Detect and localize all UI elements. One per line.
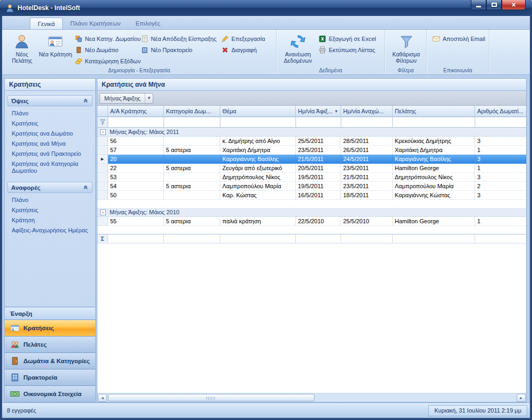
filter-cell[interactable] [296, 117, 341, 127]
sidebar-groups: ΌψειςΠλάνοΚρατήσειςΚρατήσεις ανα Δωμάτιο… [5, 91, 95, 240]
summary-cell [220, 234, 296, 243]
sidebar-link[interactable]: Κρατήσεις [9, 205, 93, 215]
sidebar-link[interactable]: Κρατήσεις ανά Μήνα [9, 139, 93, 149]
sidebar-link[interactable]: Πλάνο [9, 108, 93, 119]
column-header[interactable]: Αριθμός Δωματί... [475, 106, 526, 117]
group-row[interactable]: −Μήνας Άφιξης: Μάιος 2011 [97, 128, 526, 137]
new-agency-button[interactable]: Νέο Πρακτορείο [138, 44, 219, 55]
column-header[interactable]: Ημ/νία Αναχώ... [341, 106, 393, 117]
scrollbar-thumb[interactable] [108, 394, 314, 401]
sidebar-group-label: Αναφορές [11, 184, 40, 191]
table-row[interactable]: 225 αστεριαΖευγάρι από εξωτερικό20/5/201… [97, 164, 526, 173]
sidebar-link[interactable]: Πλάνο [9, 195, 93, 205]
table-row[interactable]: 545 αστεριαΛαμπροπούλου Μαρία19/5/201123… [97, 182, 526, 191]
column-header[interactable]: Θέμα [220, 106, 296, 117]
table-cell: Hamilton George [393, 217, 475, 226]
table-cell [164, 155, 220, 164]
table-row[interactable]: 50Καρ. Κώστας16/5/201118/5/2011Καραγιάνν… [97, 191, 526, 200]
group-row[interactable]: −Μήνας Άφιξης: Μάιος 2010 [97, 208, 526, 217]
tab-options[interactable]: Επιλογές [128, 18, 168, 29]
sidebar-link[interactable]: Κρατήσεις ανά Κατηγορία Δωματίου [9, 159, 93, 176]
filter-cell[interactable] [108, 117, 164, 127]
ribbon-group-data: Ανανέωση Δεδομένων Εξαγωγή σε Excel Εκτύ… [277, 30, 385, 74]
sidebar-group-header[interactable]: Όψεις [7, 95, 93, 106]
sidebar-link[interactable]: Κρατήσεις ανα Δωμάτιο [9, 129, 93, 139]
column-header[interactable]: Κατηγορία Δωμ... [164, 106, 220, 117]
close-icon: × [511, 1, 516, 9]
maximize-button[interactable] [486, 0, 502, 10]
delete-x-icon [221, 46, 229, 54]
nav-button-financial[interactable]: Οικονομικά Στοιχεία [5, 385, 95, 402]
sidebar-link[interactable]: Κρατήσεις [9, 119, 93, 129]
nav-button-agencies[interactable]: Πρακτορεία [5, 369, 95, 385]
column-header-label: Αριθμός Δωματί... [477, 108, 523, 114]
row-indicator: ► [97, 155, 108, 164]
table-row[interactable]: 56κ. Δημήτρης από Αίγιο25/5/201128/5/201… [97, 137, 526, 146]
window-title: HotelDesk - IntelSoft [18, 4, 80, 12]
nav-button-rooms-categories[interactable]: Δωμάτια & Κατηγορίες [5, 352, 95, 369]
column-header[interactable]: Α/Α Κράτησης [108, 106, 164, 117]
grid-filter-row [97, 117, 526, 128]
print-list-button[interactable]: Εκτύπωση Λίστας [316, 44, 380, 55]
chevron-up-icon[interactable] [82, 97, 89, 105]
minimize-button[interactable] [471, 0, 486, 10]
nav-button-reservations[interactable]: Κρατήσεις [5, 320, 95, 336]
close-button[interactable]: × [502, 0, 526, 10]
door-icon [10, 356, 20, 366]
people-icon [10, 340, 20, 350]
table-cell: 23/5/2011 [296, 146, 341, 155]
sidebar-link[interactable]: Κρατήσεις ανά Πρακτορείο [9, 149, 93, 159]
group-by-field-chip[interactable]: Μήνας Άφιξης ▼ [99, 93, 153, 104]
chevron-up-icon[interactable] [82, 184, 89, 191]
column-header-label: Θέμα [222, 108, 236, 114]
new-receipt-button[interactable]: Νέα Απόδειξη Είσπραξης [138, 33, 219, 44]
new-room-category-button[interactable]: Νεα Κατηγ. Δωματίου [72, 33, 138, 44]
table-row[interactable]: 53Δημητρόπουλος Νίκος19/5/201121/5/2011Δ… [97, 173, 526, 182]
table-cell: Λαμπροπούλου Μαρία [220, 182, 296, 191]
row-indicator [97, 137, 108, 146]
ribbon-group-label: Επικοινωνία [427, 68, 489, 73]
register-expenses-button[interactable]: Καταχώρηση Εξόδων [72, 55, 138, 66]
table-row[interactable]: ►20Καραγιάννης Βασίλης21/5/201124/5/2011… [97, 155, 526, 164]
tab-general[interactable]: Γενικά [30, 18, 63, 29]
tab-reservations-plan[interactable]: Πλάνο Κρατήσεων [63, 18, 128, 29]
nav-button-customers[interactable]: Πελάτες [5, 336, 95, 352]
scroll-right-arrow[interactable]: ► [517, 394, 526, 402]
table-row[interactable]: 575 αστεριαΧαριτάκη Δήμητρα23/5/201126/5… [97, 146, 526, 155]
column-header[interactable]: Πελάτης [393, 106, 475, 117]
refresh-data-button[interactable]: Ανανέωση Δεδομένων [280, 31, 316, 66]
workspace: Κρατήσεις ΌψειςΠλάνοΚρατήσειςΚρατήσεις α… [2, 75, 530, 402]
clear-filters-button[interactable]: Καθάρισμα Φίλτρων [389, 31, 424, 66]
filter-cell[interactable] [220, 117, 296, 127]
new-customer-button[interactable]: Νέος Πελάτης [5, 31, 39, 66]
edit-button[interactable]: Επεξεργασία [219, 33, 274, 44]
chevron-down-icon[interactable]: ▼ [145, 94, 153, 103]
table-cell: 20/5/2011 [296, 164, 341, 173]
delete-button[interactable]: Διαγραφή [219, 44, 274, 55]
export-excel-button[interactable]: Εξαγωγή σε Excel [316, 33, 380, 44]
nav-button-label: Έναρξη [10, 310, 32, 317]
collapse-icon[interactable]: − [100, 129, 106, 135]
table-cell: 19/5/2011 [296, 173, 341, 182]
nav-button-label: Κρατήσεις [23, 325, 54, 331]
new-room-button[interactable]: Νέο Δωμάτιο [72, 44, 138, 55]
column-header[interactable]: Ημ/νία Άφιξ...▼ [296, 106, 341, 117]
summary-cell [475, 234, 526, 243]
filter-cell[interactable] [341, 117, 393, 127]
collapse-icon[interactable]: − [100, 209, 106, 215]
scroll-left-arrow[interactable]: ◄ [98, 394, 107, 402]
filter-cell[interactable] [475, 117, 526, 127]
table-row[interactable]: 555 αστεριαπαλιά κράτηση22/5/201025/5/20… [97, 217, 526, 226]
send-email-button[interactable]: Αποστολή Email [430, 33, 486, 44]
filter-cell[interactable] [393, 117, 475, 127]
horizontal-scrollbar[interactable]: ◄ ► [97, 393, 526, 402]
sidebar-link[interactable]: Κράτηση [9, 215, 93, 225]
ribbon-group-label: Δημιουργία - Επεξεργασία [2, 68, 276, 73]
new-reservation-button[interactable]: Νέα Κράτηση [39, 31, 72, 66]
page-title: Κρατήσεις ανά Μήνα [97, 79, 526, 91]
sidebar-group-header[interactable]: Αναφορές [7, 182, 93, 193]
nav-button-start[interactable]: Έναρξη [5, 307, 95, 320]
table-cell: 22/5/2010 [296, 217, 341, 226]
sidebar-link[interactable]: Αφίξεις-Αναχωρήσεις Ημέρας [9, 225, 93, 236]
filter-cell[interactable] [164, 117, 220, 127]
